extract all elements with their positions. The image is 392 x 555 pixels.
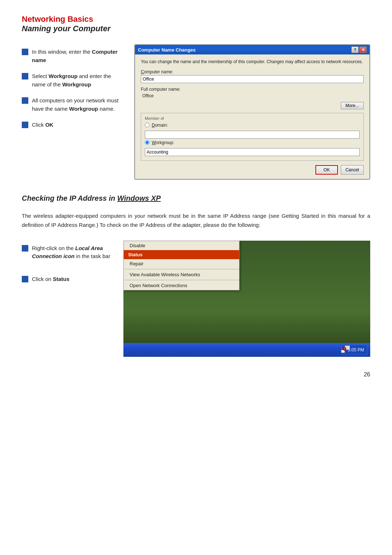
workgroup-radio-row: Workgroup: — [145, 140, 360, 145]
section2-bullet-list: Right-click on the Local Area Connection… — [22, 241, 113, 357]
bullet-icon-3 — [22, 97, 28, 104]
network-error-badge: ! — [343, 347, 346, 351]
full-computer-name-label: Full computer name: — [141, 87, 364, 92]
ctx-item-status[interactable]: Status — [124, 250, 239, 259]
dialog-help-button[interactable]: ? — [351, 46, 359, 53]
bullet-text-3: All computers on your network must have … — [32, 97, 123, 113]
dialog-title: Computer Name Changes — [138, 47, 196, 53]
bullet-icon-4 — [22, 122, 28, 128]
page-number: 26 — [22, 371, 370, 378]
ctx-separator-1 — [124, 269, 239, 269]
bullet-text-2: Select Workgroup and enter the name of t… — [32, 72, 123, 89]
more-button-row: More... — [141, 102, 364, 109]
dialog-description: You can change the name and the membersh… — [141, 59, 364, 65]
s2-bullet-icon-2 — [22, 276, 28, 282]
domain-label: Domain: — [152, 123, 168, 128]
member-of-label: Member of — [145, 116, 360, 121]
domain-radio[interactable] — [145, 123, 150, 127]
dialog-titlebar: Computer Name Changes ? ✕ — [135, 45, 369, 54]
computer-name-dialog: Computer Name Changes ? ✕ You can change… — [134, 44, 370, 180]
s2-bullet-icon-1 — [22, 245, 28, 252]
member-of-group: Member of Domain: Workgroup: — [141, 113, 364, 161]
more-button[interactable]: More... — [341, 102, 364, 109]
bullet-icon-1 — [22, 49, 28, 55]
section2-title: Checking the IP Address in Windows XP — [22, 194, 370, 203]
full-computer-name-value: Office — [142, 93, 364, 98]
page-title-red: Networking Basics Naming your Computer — [22, 15, 370, 33]
workgroup-label: Workgroup: — [152, 140, 174, 145]
s2-bullet-text-1: Right-click on the Local Area Connection… — [32, 244, 113, 261]
taskbar-clock: 3:05 PM — [348, 347, 364, 352]
bullet-text-1: In this window, enter the Computer name — [32, 48, 123, 64]
section2-bottom: Right-click on the Local Area Connection… — [22, 241, 370, 357]
bullet-item-2: Select Workgroup and enter the name of t… — [22, 72, 123, 89]
dialog-body: You can change the name and the membersh… — [135, 54, 369, 179]
ctx-item-repair[interactable]: Repair — [124, 259, 239, 268]
dialog-ok-button[interactable]: OK — [315, 165, 338, 175]
section1-layout: In this window, enter the Computer name … — [22, 44, 370, 180]
computer-name-label: Computer name: — [141, 69, 364, 74]
dialog-cancel-button[interactable]: Cancel — [341, 165, 364, 175]
section1-bullet-list: In this window, enter the Computer name … — [22, 44, 123, 180]
windows-taskbar: ! 3:05 PM — [123, 343, 370, 357]
bullet-text-4: Click OK — [32, 121, 53, 129]
computer-name-input[interactable] — [141, 75, 364, 83]
dialog-footer: OK Cancel — [141, 165, 364, 175]
ctx-item-open-network[interactable]: Open Network Connections — [124, 281, 239, 290]
domain-input[interactable] — [145, 131, 360, 139]
ctx-separator-2 — [124, 280, 239, 280]
domain-radio-row: Domain: — [145, 123, 360, 128]
desktop-screenshot: Disable Status Repair View Available Wir… — [123, 241, 370, 357]
s2-bullet-item-1: Right-click on the Local Area Connection… — [22, 244, 113, 261]
context-menu: Disable Status Repair View Available Wir… — [123, 241, 240, 290]
bullet-item-4: Click OK — [22, 121, 123, 129]
workgroup-radio[interactable] — [145, 140, 150, 145]
section2-paragraph: The wireless adapter-equipped computers … — [22, 211, 370, 230]
ctx-item-disable[interactable]: Disable — [124, 241, 239, 250]
dialog-title-buttons: ? ✕ — [351, 46, 367, 53]
workgroup-input[interactable] — [145, 148, 360, 156]
dialog-close-button[interactable]: ✕ — [359, 46, 367, 53]
bullet-item-1: In this window, enter the Computer name — [22, 48, 123, 64]
system-tray: ! 3:05 PM — [342, 345, 367, 355]
context-menu-screenshot-area: Disable Status Repair View Available Wir… — [123, 241, 370, 357]
bullet-item-3: All computers on your network must have … — [22, 97, 123, 113]
bullet-icon-2 — [22, 73, 28, 79]
ctx-item-wireless[interactable]: View Available Wireless Networks — [124, 270, 239, 279]
s2-bullet-text-2: Click on Status — [32, 275, 69, 283]
s2-bullet-item-2: Click on Status — [22, 275, 113, 283]
